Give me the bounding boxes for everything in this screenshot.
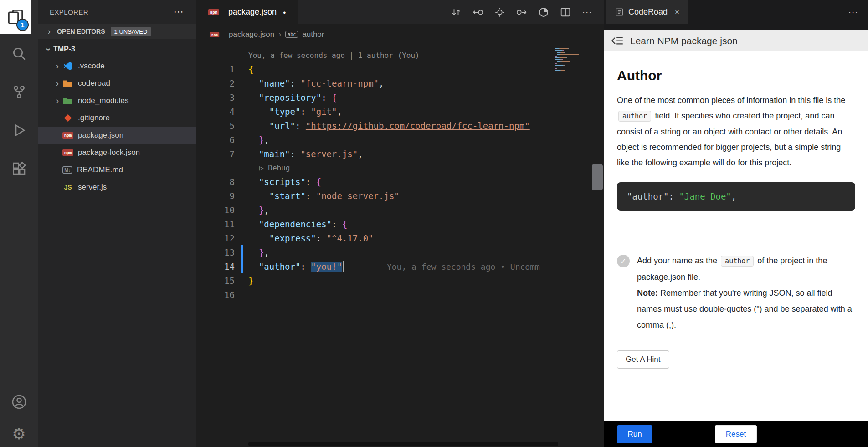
activity-item-run-debug[interactable] (12, 123, 26, 138)
file-label: README.md (77, 165, 123, 175)
breadcrumb-separator-icon: › (278, 30, 281, 39)
code-line: "express": "^4.17.0" (248, 233, 374, 243)
npm-icon: npm (210, 32, 219, 37)
folder-orange-icon (62, 79, 73, 88)
scrollbar-thumb[interactable] (592, 164, 603, 190)
minimap[interactable] (555, 46, 594, 76)
tab-coderoad[interactable]: CodeRoad × (606, 0, 688, 24)
open-editors-label: OPEN EDITORS (57, 28, 105, 35)
line-number: 6 (196, 135, 248, 145)
lesson-title: Learn NPM package json (630, 36, 738, 46)
code-row[interactable]: 12 "express": "^4.17.0" (196, 231, 604, 245)
chevron-right-icon: › (44, 27, 54, 36)
code-line: "dependencies": { (248, 219, 347, 229)
navigate-next-change-icon[interactable] (516, 7, 527, 18)
compare-changes-icon[interactable] (451, 7, 462, 18)
file-label: server.js (78, 183, 107, 192)
activity-item-accounts[interactable] (11, 394, 27, 410)
file-tree: ›.vscode›coderoad›node_modules.gitignore… (38, 57, 196, 196)
file-row-node_modules[interactable]: ›node_modules (38, 92, 196, 109)
activity-item-settings[interactable]: ⚙ (12, 426, 26, 442)
more-actions-icon[interactable]: ⋯ (174, 6, 184, 18)
line-number: 1 (196, 64, 248, 74)
editor-tab-bar: npm package.json ● (196, 0, 604, 24)
code-row[interactable]: 7 "main": "server.js", (196, 147, 604, 161)
task-item: ✓ Add your name as the author of the pro… (617, 253, 855, 333)
code-row[interactable]: 6 }, (196, 133, 604, 147)
task-text: Add your name as the author of the proje… (637, 253, 855, 333)
extensions-icon (12, 161, 26, 176)
search-icon (12, 46, 26, 61)
more-actions-icon[interactable]: ⋯ (848, 6, 858, 18)
tree-root-tmp-3[interactable]: › TMP-3 (38, 41, 196, 57)
code-row[interactable]: 8 "scripts": { (196, 175, 604, 189)
section-heading: Author (617, 68, 855, 83)
symbol-string-icon: abc (285, 31, 298, 38)
coderoad-tab-label: CodeRoad (628, 7, 668, 17)
md-icon: M↓ (62, 166, 72, 174)
code-row[interactable]: 2 "name": "fcc-learn-npm", (196, 76, 604, 90)
account-icon (11, 394, 27, 410)
get-a-hint-button[interactable]: Get A Hint (617, 350, 669, 369)
code-row[interactable]: 3 "repository": { (196, 90, 604, 104)
run-button[interactable]: Run (617, 425, 652, 443)
file-label: package.json (78, 131, 123, 140)
file-label: package-lock.json (78, 148, 140, 157)
activity-item-extensions[interactable] (12, 161, 26, 176)
code-row[interactable]: 4 "type": "git", (196, 104, 604, 118)
code-row[interactable]: 16 (196, 288, 604, 302)
code-line: "name": "fcc-learn-npm", (248, 78, 384, 88)
divider (604, 231, 868, 231)
file-row-.vscode[interactable]: ›.vscode (38, 57, 196, 75)
open-editors-section[interactable]: › OPEN EDITORS 1 UNSAVED (38, 24, 196, 39)
file-row-server.js[interactable]: JSserver.js (38, 179, 196, 196)
vscode-icon (62, 62, 73, 71)
close-icon[interactable]: × (675, 8, 679, 17)
navigate-previous-change-icon[interactable] (473, 7, 483, 18)
activity-item-explorer[interactable]: 1 (0, 0, 31, 34)
code-row[interactable]: 11 "dependencies": { (196, 217, 604, 231)
unsaved-badge: 1 UNSAVED (111, 27, 151, 36)
gear-icon: ⚙ (12, 426, 26, 442)
run-status-icon[interactable] (538, 7, 549, 18)
tab-package-json[interactable]: npm package.json ● (196, 0, 298, 24)
file-row-README.md[interactable]: M↓README.md (38, 161, 196, 179)
git-icon (62, 113, 73, 123)
horizontal-scrollbar[interactable] (248, 442, 558, 446)
breadcrumb-item-symbol[interactable]: author (302, 30, 324, 39)
code-row[interactable]: 9 "start": "node server.js" (196, 189, 604, 203)
codelens-blame: You, a few seconds ago | 1 author (You) (196, 48, 604, 62)
codelens-text[interactable]: ▷ Debug (248, 164, 290, 172)
breadcrumb-item-file[interactable]: package.json (229, 30, 274, 39)
split-editor-icon[interactable] (560, 7, 571, 18)
code-row[interactable]: 13 }, (196, 245, 604, 259)
codelens-text: You, a few seconds ago | 1 author (You) (248, 51, 420, 60)
sidebar-header: EXPLORER ⋯ (38, 0, 196, 24)
file-row-package-lock.json[interactable]: npmpackage-lock.json (38, 144, 196, 161)
file-row-coderoad[interactable]: ›coderoad (38, 75, 196, 92)
current-change-icon[interactable] (494, 7, 505, 18)
modified-indicator-icon[interactable]: ● (283, 10, 286, 15)
code-row[interactable]: 5 "url": "https://github.com/coderoad/fc… (196, 118, 604, 133)
line-number: 15 (196, 276, 248, 286)
chevron-right-icon: › (52, 62, 62, 71)
activity-item-search[interactable] (12, 46, 26, 61)
code-editor[interactable]: You, a few seconds ago | 1 author (You)1… (196, 45, 604, 447)
file-row-package.json[interactable]: npmpackage.json (38, 127, 196, 144)
js-icon: JS (62, 183, 73, 192)
activity-item-source-control[interactable] (12, 85, 26, 99)
code-row[interactable]: 14 "author": "you!"You, a few seconds ag… (196, 259, 604, 273)
coderoad-panel: CodeRoad × ⋯ Learn NPM package json Auth… (604, 0, 868, 447)
code-row[interactable]: 15} (196, 273, 604, 288)
lessons-back-icon[interactable] (611, 36, 624, 46)
more-actions-icon[interactable]: ⋯ (582, 6, 592, 18)
reset-button[interactable]: Reset (715, 425, 757, 443)
code-row[interactable]: 10 }, (196, 203, 604, 217)
codelens-debug[interactable]: ▷ Debug (196, 161, 604, 175)
run-debug-icon (12, 123, 26, 138)
code-row[interactable]: 1{ (196, 62, 604, 76)
editor-group: npm package.json ● (196, 0, 604, 447)
code-line: "main": "server.js", (248, 149, 363, 159)
file-row-.gitignore[interactable]: .gitignore (38, 109, 196, 127)
webview-icon (615, 8, 624, 16)
